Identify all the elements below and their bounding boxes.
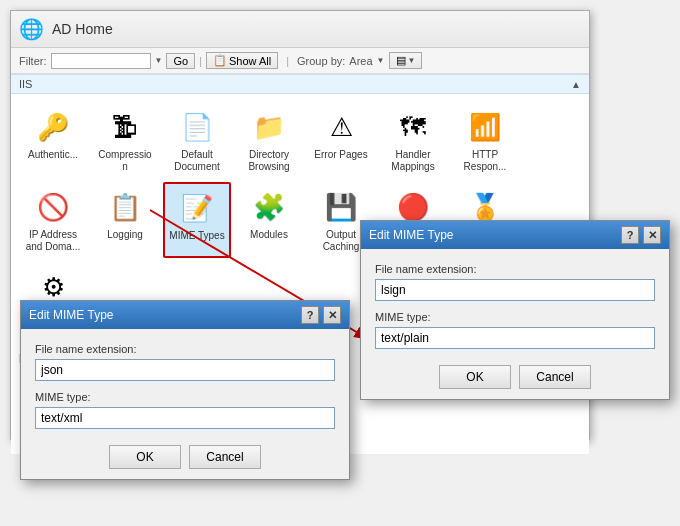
logging-icon: 📋 [105, 187, 145, 227]
dialog2-close-button[interactable]: ✕ [643, 226, 661, 244]
dialog2-title: Edit MIME Type [369, 228, 453, 242]
toolbar: Filter: ▼ Go | 📋 Show All | Group by: Ar… [11, 48, 589, 74]
filter-dropdown-icon[interactable]: ▼ [155, 56, 163, 65]
iis-icon-ip-address[interactable]: 🚫 IP Address and Doma... [19, 182, 87, 258]
dialog2-file-ext-input[interactable] [375, 279, 655, 301]
dialog2: Edit MIME Type ? ✕ File name extension: … [360, 220, 670, 400]
dialog2-mime-type-label: MIME type: [375, 311, 655, 323]
iis-icon-handler-mappings[interactable]: 🗺 Handler Mappings [379, 102, 447, 178]
iis-section-collapse[interactable]: ▲ [571, 79, 581, 90]
error-pages-label: Error Pages [314, 149, 367, 161]
filter-input[interactable] [51, 53, 151, 69]
iis-section-label: IIS [19, 78, 32, 90]
dialog1-file-ext-label: File name extension: [35, 343, 335, 355]
view-options-button[interactable]: ▤ ▼ [389, 52, 423, 69]
dialog1-mime-type-input[interactable] [35, 407, 335, 429]
modules-icon: 🧩 [249, 187, 289, 227]
modules-label: Modules [250, 229, 288, 241]
default-document-icon: 📄 [177, 107, 217, 147]
authentication-icon: 🔑 [33, 107, 73, 147]
dialog1-mime-type-label: MIME type: [35, 391, 335, 403]
go-button[interactable]: Go [166, 53, 195, 69]
compression-icon: 🗜 [105, 107, 145, 147]
directory-browsing-label: Directory Browsing [240, 149, 298, 173]
http-response-icon: 📶 [465, 107, 505, 147]
dialog1-content: File name extension: MIME type: [21, 329, 349, 439]
ip-address-icon: 🚫 [33, 187, 73, 227]
dialog2-controls: ? ✕ [621, 226, 661, 244]
group-by-label: Group by: [297, 55, 345, 67]
show-all-icon: 📋 [213, 54, 227, 67]
iis-icon-directory-browsing[interactable]: 📁 Directory Browsing [235, 102, 303, 178]
handler-mappings-label: Handler Mappings [384, 149, 442, 173]
iis-icon-compression[interactable]: 🗜 Compression [91, 102, 159, 178]
filter-label: Filter: [19, 55, 47, 67]
dialog1-cancel-button[interactable]: Cancel [189, 445, 261, 469]
mime-types-icon: 📝 [177, 188, 217, 228]
dialog1-help-button[interactable]: ? [301, 306, 319, 324]
dialog1-titlebar: Edit MIME Type ? ✕ [21, 301, 349, 329]
iis-icon-modules[interactable]: 🧩 Modules [235, 182, 303, 258]
group-by-value: Area [349, 55, 372, 67]
dialog1-close-button[interactable]: ✕ [323, 306, 341, 324]
window-icon: 🌐 [19, 17, 44, 41]
dialog2-mime-type-input[interactable] [375, 327, 655, 349]
dialog1-buttons: OK Cancel [21, 439, 349, 479]
authentication-label: Authentic... [28, 149, 78, 161]
show-all-button[interactable]: 📋 Show All [206, 52, 278, 69]
group-by-dropdown-icon[interactable]: ▼ [377, 56, 385, 65]
title-bar: 🌐 AD Home [11, 11, 589, 48]
handler-mappings-icon: 🗺 [393, 107, 433, 147]
dialog1-title: Edit MIME Type [29, 308, 113, 322]
directory-browsing-icon: 📁 [249, 107, 289, 147]
dialog2-titlebar: Edit MIME Type ? ✕ [361, 221, 669, 249]
iis-icon-http-response[interactable]: 📶 HTTP Respon... [451, 102, 519, 178]
dialog1-file-ext-input[interactable] [35, 359, 335, 381]
http-response-label: HTTP Respon... [456, 149, 514, 173]
ip-address-label: IP Address and Doma... [24, 229, 82, 253]
window-title: AD Home [52, 21, 113, 37]
iis-icon-authentication[interactable]: 🔑 Authentic... [19, 102, 87, 178]
separator: | [286, 55, 289, 67]
iis-icon-mime-types[interactable]: 📝 MIME Types [163, 182, 231, 258]
dialog1-controls: ? ✕ [301, 306, 341, 324]
dialog2-ok-button[interactable]: OK [439, 365, 511, 389]
iis-icon-logging[interactable]: 📋 Logging [91, 182, 159, 258]
dialog2-content: File name extension: MIME type: [361, 249, 669, 359]
dialog1: Edit MIME Type ? ✕ File name extension: … [20, 300, 350, 480]
iis-section-header: IIS ▲ [11, 74, 589, 94]
dialog1-ok-button[interactable]: OK [109, 445, 181, 469]
compression-label: Compression [96, 149, 154, 173]
dialog2-buttons: OK Cancel [361, 359, 669, 399]
dialog2-file-ext-label: File name extension: [375, 263, 655, 275]
mime-types-label: MIME Types [169, 230, 224, 242]
view-icon: ▤ [396, 54, 406, 67]
dialog2-help-button[interactable]: ? [621, 226, 639, 244]
iis-icon-error-pages[interactable]: ⚠ Error Pages [307, 102, 375, 178]
dialog2-cancel-button[interactable]: Cancel [519, 365, 591, 389]
iis-icon-default-document[interactable]: 📄 Default Document [163, 102, 231, 178]
logging-label: Logging [107, 229, 143, 241]
error-pages-icon: ⚠ [321, 107, 361, 147]
output-caching-icon: 💾 [321, 187, 361, 227]
default-document-label: Default Document [168, 149, 226, 173]
